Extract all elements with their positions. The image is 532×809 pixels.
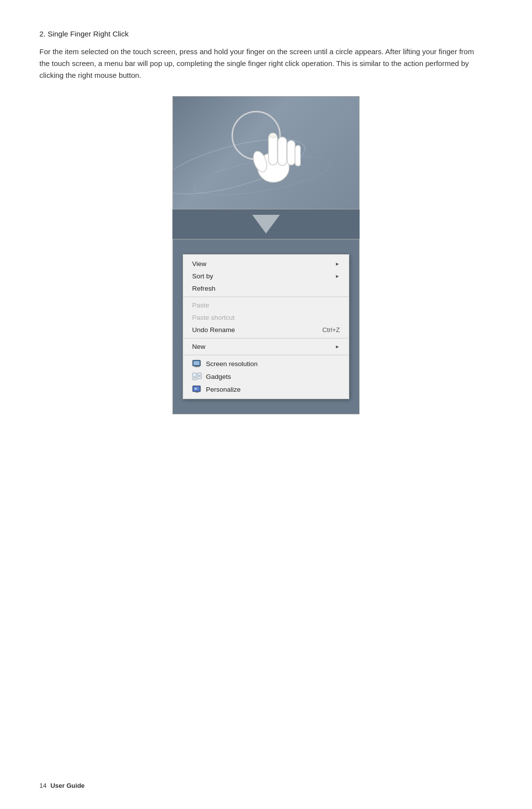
menu-item-undo-rename-label: Undo Rename — [192, 326, 235, 334]
menu-item-view[interactable]: View ► — [183, 258, 349, 270]
menu-item-new-left: New — [192, 343, 205, 350]
menu-item-paste-label: Paste — [192, 302, 209, 309]
arrow-container — [172, 209, 360, 239]
menu-item-refresh-label: Refresh — [192, 285, 215, 292]
page-footer: 14 User Guide — [39, 782, 85, 789]
svg-rect-10 — [195, 367, 200, 367]
menu-item-screen-resolution[interactable]: Screen resolution — [183, 357, 349, 370]
menu-item-sort-by-label: Sort by — [192, 272, 213, 280]
menu-item-gadgets-left: Gadgets — [192, 372, 231, 380]
menu-shortcut-undo-rename: Ctrl+Z — [322, 326, 340, 334]
down-arrow-icon — [252, 215, 280, 234]
menu-item-paste-shortcut-left: Paste shortcut — [192, 314, 234, 321]
menu-item-paste-left: Paste — [192, 302, 209, 309]
menu-separator-2 — [183, 338, 349, 338]
touch-screen-image — [172, 96, 360, 209]
menu-arrow-new: ► — [335, 344, 340, 349]
svg-rect-3 — [287, 140, 295, 165]
menu-item-personalize[interactable]: Personalize — [183, 383, 349, 396]
menu-item-paste-shortcut-label: Paste shortcut — [192, 314, 234, 321]
menu-item-view-left: View — [192, 260, 206, 268]
context-menu-image: View ► Sort by ► Refresh — [172, 239, 360, 414]
svg-rect-14 — [193, 378, 197, 380]
menu-item-personalize-left: Personalize — [192, 385, 241, 393]
section-heading: 2. Single Finger Right Click — [39, 30, 493, 38]
svg-rect-2 — [278, 137, 287, 166]
svg-rect-18 — [196, 392, 199, 393]
page-content: 2. Single Finger Right Click For the ite… — [0, 0, 532, 464]
footer-page-number: 14 — [39, 782, 46, 789]
svg-rect-17 — [195, 388, 197, 390]
svg-rect-8 — [194, 361, 200, 365]
menu-item-personalize-label: Personalize — [206, 386, 241, 393]
menu-item-gadgets[interactable]: Gadgets — [183, 370, 349, 383]
menu-item-sort-by-left: Sort by — [192, 272, 213, 280]
hand-icon — [246, 116, 300, 185]
menu-item-screen-resolution-label: Screen resolution — [206, 360, 258, 368]
menu-arrow-view: ► — [335, 261, 340, 267]
screen-resolution-icon — [192, 360, 202, 368]
menu-item-new-label: New — [192, 343, 205, 350]
menu-item-screen-resolution-left: Screen resolution — [192, 360, 258, 368]
finger-circle-group — [222, 106, 310, 195]
menu-item-undo-rename-left: Undo Rename — [192, 326, 235, 334]
svg-rect-11 — [193, 373, 197, 377]
illustration-container: View ► Sort by ► Refresh — [39, 96, 493, 414]
menu-item-paste-shortcut: Paste shortcut — [183, 311, 349, 324]
menu-separator-3 — [183, 355, 349, 355]
footer-label: User Guide — [50, 782, 84, 789]
svg-rect-4 — [295, 145, 300, 166]
description-text: For the item selected on the touch scree… — [39, 46, 483, 81]
menu-item-undo-rename[interactable]: Undo Rename Ctrl+Z — [183, 324, 349, 336]
svg-point-5 — [251, 149, 269, 174]
svg-rect-13 — [198, 376, 201, 379]
context-menu-box: View ► Sort by ► Refresh — [183, 254, 349, 399]
menu-item-gadgets-label: Gadgets — [206, 373, 231, 380]
svg-point-6 — [269, 133, 276, 138]
menu-item-paste: Paste — [183, 299, 349, 311]
menu-item-view-label: View — [192, 260, 206, 268]
menu-separator-1 — [183, 297, 349, 297]
menu-item-sort-by[interactable]: Sort by ► — [183, 270, 349, 282]
svg-rect-12 — [198, 373, 201, 375]
gadgets-icon — [192, 372, 202, 380]
personalize-icon — [192, 385, 202, 393]
menu-item-refresh[interactable]: Refresh — [183, 282, 349, 295]
menu-item-refresh-left: Refresh — [192, 285, 215, 292]
illustration-wrapper: View ► Sort by ► Refresh — [172, 96, 360, 414]
menu-item-new[interactable]: New ► — [183, 340, 349, 353]
menu-arrow-sort-by: ► — [335, 273, 340, 279]
